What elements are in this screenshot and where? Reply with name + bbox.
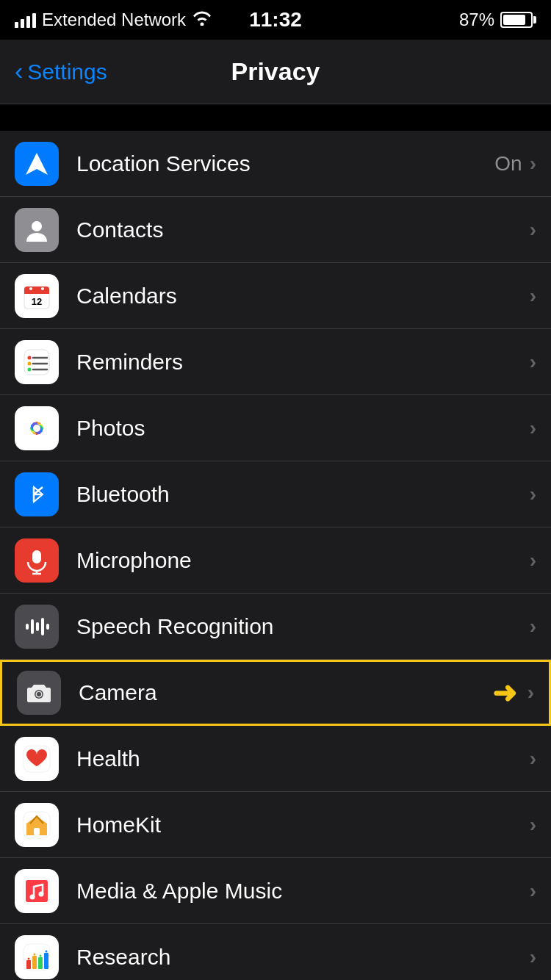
speech-recognition-label: Speech Recognition [76, 614, 530, 639]
location-services-value: On [494, 152, 522, 176]
chevron-right-icon: › [530, 350, 536, 374]
research-icon [15, 935, 59, 979]
back-chevron-icon: ‹ [15, 57, 23, 85]
list-item[interactable]: Reminders › [0, 329, 551, 395]
bluetooth-label: Bluetooth [76, 482, 530, 507]
battery-percent: 87% [459, 10, 494, 30]
chevron-right-icon: › [530, 879, 536, 903]
speech-recognition-icon [15, 605, 59, 649]
highlight-arrow-icon: ➜ [492, 676, 517, 710]
camera-label: Camera [79, 680, 492, 705]
location-services-icon [15, 142, 59, 186]
list-item[interactable]: Location Services On › [0, 131, 551, 197]
list-item[interactable]: Media & Apple Music › [0, 858, 551, 924]
bluetooth-icon [15, 472, 59, 516]
svg-rect-3 [24, 291, 49, 294]
chevron-right-icon: › [530, 615, 536, 638]
svg-rect-44 [44, 953, 48, 969]
list-item[interactable]: Research › [0, 924, 551, 980]
chevron-right-icon: › [530, 483, 536, 506]
svg-point-10 [28, 361, 32, 365]
svg-rect-26 [26, 624, 29, 630]
status-time: 11:32 [249, 8, 302, 32]
status-bar: Extended Network 11:32 87% [0, 0, 551, 40]
svg-rect-28 [36, 622, 39, 631]
svg-point-5 [29, 287, 32, 290]
list-item[interactable]: 12 Calendars › [0, 263, 551, 329]
reminders-icon [15, 340, 59, 384]
microphone-icon [15, 538, 59, 583]
list-item[interactable]: Speech Recognition › [0, 594, 551, 660]
contacts-icon [15, 208, 59, 252]
settings-list: Location Services On › Contacts › 12 Cal… [0, 131, 551, 980]
svg-rect-43 [38, 957, 43, 969]
svg-point-8 [28, 356, 32, 359]
status-left: Extended Network [15, 10, 212, 30]
photos-icon [15, 406, 59, 450]
svg-point-48 [46, 951, 48, 953]
svg-rect-23 [32, 550, 41, 563]
svg-point-39 [39, 891, 44, 896]
reminders-label: Reminders [76, 350, 530, 375]
list-item[interactable]: Health › [0, 726, 551, 792]
health-label: Health [76, 746, 530, 771]
chevron-right-icon: › [530, 152, 536, 176]
back-button[interactable]: ‹ Settings [15, 58, 107, 85]
nav-bar: ‹ Settings Privacy [0, 40, 551, 104]
chevron-right-icon: › [530, 218, 536, 242]
svg-point-46 [34, 954, 36, 956]
chevron-right-icon: › [530, 945, 536, 969]
chevron-right-icon: › [530, 747, 536, 771]
list-item[interactable]: Bluetooth › [0, 461, 551, 527]
back-label: Settings [27, 60, 107, 84]
chevron-right-icon: › [530, 284, 536, 308]
svg-point-12 [28, 367, 32, 371]
list-item[interactable]: Photos › [0, 395, 551, 461]
battery-icon [500, 12, 536, 28]
svg-point-0 [32, 221, 42, 231]
camera-list-item[interactable]: Camera ➜ › [0, 660, 551, 726]
svg-rect-27 [31, 619, 34, 634]
contacts-label: Contacts [76, 217, 530, 242]
svg-rect-41 [26, 960, 31, 969]
homekit-icon [15, 803, 59, 847]
status-right: 87% [459, 10, 536, 30]
chevron-right-icon: › [530, 549, 536, 572]
location-services-label: Location Services [76, 151, 494, 176]
svg-point-20 [33, 425, 40, 432]
list-item[interactable]: HomeKit › [0, 792, 551, 858]
music-icon [15, 869, 59, 913]
photos-label: Photos [76, 416, 530, 441]
section-divider [0, 104, 551, 131]
calendars-icon: 12 [15, 274, 59, 318]
svg-rect-7 [24, 350, 49, 375]
list-item[interactable]: Microphone › [0, 527, 551, 594]
calendars-label: Calendars [76, 284, 530, 309]
svg-point-33 [37, 692, 41, 696]
microphone-label: Microphone [76, 548, 530, 573]
network-name: Extended Network [42, 10, 186, 30]
homekit-label: HomeKit [76, 813, 530, 837]
camera-app-icon [17, 671, 61, 715]
svg-rect-29 [41, 618, 44, 635]
svg-point-6 [41, 287, 44, 290]
svg-point-45 [28, 958, 30, 960]
media-music-label: Media & Apple Music [76, 879, 530, 904]
wifi-icon [192, 10, 212, 30]
page-title: Privacy [231, 57, 320, 86]
chevron-right-icon: › [530, 813, 536, 837]
svg-rect-42 [32, 956, 37, 969]
svg-text:12: 12 [32, 296, 42, 307]
svg-point-47 [40, 955, 42, 957]
svg-rect-36 [34, 828, 40, 835]
signal-bars-icon [15, 12, 36, 28]
health-icon [15, 737, 59, 781]
svg-point-38 [30, 894, 35, 899]
svg-rect-30 [46, 624, 49, 630]
research-label: Research [76, 945, 530, 970]
chevron-right-icon: › [530, 417, 536, 440]
list-item[interactable]: Contacts › [0, 197, 551, 263]
chevron-right-icon: › [527, 681, 534, 705]
